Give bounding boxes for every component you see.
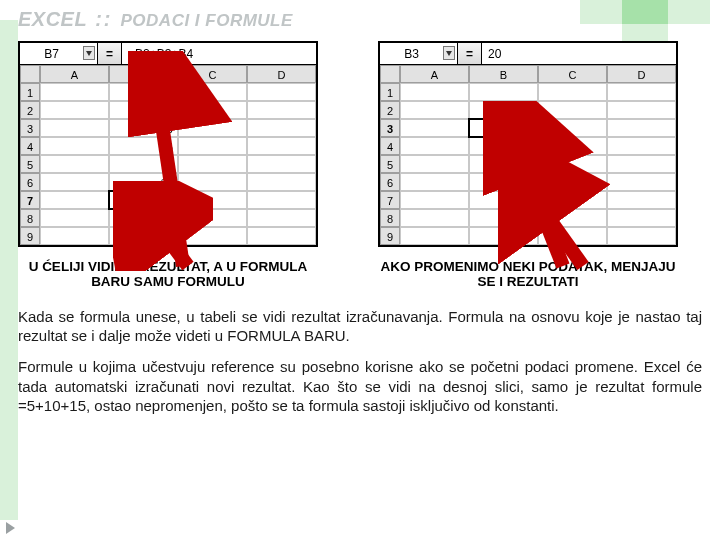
cell[interactable] <box>538 155 607 173</box>
cell[interactable] <box>40 119 109 137</box>
cell[interactable] <box>607 191 676 209</box>
cell[interactable] <box>247 137 316 155</box>
cell[interactable] <box>178 191 247 209</box>
cell[interactable] <box>607 101 676 119</box>
cell[interactable] <box>469 155 538 173</box>
cell[interactable] <box>400 119 469 137</box>
col-header[interactable]: D <box>247 65 316 83</box>
cell[interactable] <box>40 137 109 155</box>
cell[interactable] <box>247 119 316 137</box>
cell[interactable] <box>247 155 316 173</box>
equals-button[interactable]: = <box>98 43 122 64</box>
cell[interactable] <box>469 83 538 101</box>
row-header[interactable]: 5 <box>380 155 400 173</box>
cell[interactable] <box>109 155 178 173</box>
cell[interactable] <box>40 209 109 227</box>
cell[interactable] <box>178 119 247 137</box>
chevron-down-icon[interactable] <box>83 46 95 60</box>
cell[interactable] <box>607 119 676 137</box>
corner-header[interactable] <box>380 65 400 83</box>
cell[interactable]: 40 <box>469 227 538 245</box>
cell[interactable] <box>247 83 316 101</box>
cell[interactable] <box>538 227 607 245</box>
cell[interactable] <box>538 83 607 101</box>
formula-bar[interactable]: =B2+B3+B4 <box>122 43 316 64</box>
col-header[interactable]: B <box>469 65 538 83</box>
cell[interactable] <box>538 209 607 227</box>
cell[interactable]: 10 <box>109 119 178 137</box>
cell[interactable] <box>400 227 469 245</box>
cell[interactable]: 15 <box>109 137 178 155</box>
cell[interactable] <box>538 137 607 155</box>
cell[interactable] <box>40 173 109 191</box>
row-header[interactable]: 2 <box>380 101 400 119</box>
cell[interactable] <box>607 209 676 227</box>
row-header[interactable]: 6 <box>380 173 400 191</box>
row-header[interactable]: 8 <box>20 209 40 227</box>
row-header[interactable]: 9 <box>20 227 40 245</box>
cell[interactable] <box>400 173 469 191</box>
cell[interactable]: 30 <box>109 173 178 191</box>
cell[interactable]: 30 <box>469 173 538 191</box>
cell[interactable]: 5 <box>469 101 538 119</box>
cell[interactable] <box>247 101 316 119</box>
cell[interactable] <box>607 173 676 191</box>
cell[interactable]: 40 <box>469 191 538 209</box>
col-header[interactable]: B <box>109 65 178 83</box>
cell[interactable] <box>40 101 109 119</box>
cell[interactable] <box>400 209 469 227</box>
cell[interactable]: 15 <box>469 137 538 155</box>
cell[interactable] <box>40 155 109 173</box>
col-header[interactable]: C <box>178 65 247 83</box>
cell[interactable] <box>607 137 676 155</box>
cell[interactable] <box>178 227 247 245</box>
cell-active[interactable]: 30 <box>109 191 178 209</box>
cell[interactable] <box>607 227 676 245</box>
chevron-down-icon[interactable] <box>443 46 455 60</box>
cell[interactable] <box>40 191 109 209</box>
cell[interactable] <box>538 173 607 191</box>
row-header[interactable]: 2 <box>20 101 40 119</box>
cell[interactable]: 30 <box>109 227 178 245</box>
cell[interactable]: 5 <box>109 101 178 119</box>
row-header[interactable]: 5 <box>20 155 40 173</box>
cell[interactable] <box>178 137 247 155</box>
cell-active[interactable]: 20 <box>469 119 538 137</box>
cell[interactable] <box>400 101 469 119</box>
cell[interactable] <box>178 101 247 119</box>
cell[interactable] <box>178 173 247 191</box>
row-header[interactable]: 9 <box>380 227 400 245</box>
cell[interactable] <box>40 227 109 245</box>
equals-button[interactable]: = <box>458 43 482 64</box>
cell[interactable] <box>400 191 469 209</box>
formula-bar[interactable]: 20 <box>482 43 676 64</box>
cell[interactable] <box>247 227 316 245</box>
cell[interactable] <box>400 83 469 101</box>
row-header[interactable]: 1 <box>380 83 400 101</box>
name-box[interactable]: B3 <box>380 43 458 64</box>
row-header[interactable]: 8 <box>380 209 400 227</box>
cell[interactable] <box>538 191 607 209</box>
cell[interactable] <box>247 209 316 227</box>
cell[interactable] <box>247 173 316 191</box>
cell[interactable] <box>178 155 247 173</box>
row-header[interactable]: 7 <box>380 191 400 209</box>
row-header[interactable]: 4 <box>20 137 40 155</box>
corner-header[interactable] <box>20 65 40 83</box>
next-slide-icon[interactable] <box>6 522 15 534</box>
cell[interactable]: 30 <box>109 209 178 227</box>
col-header[interactable]: A <box>400 65 469 83</box>
cell[interactable] <box>247 191 316 209</box>
row-header[interactable]: 3 <box>380 119 400 137</box>
cell[interactable] <box>40 83 109 101</box>
cell[interactable] <box>178 209 247 227</box>
cell[interactable] <box>607 155 676 173</box>
cell[interactable] <box>178 83 247 101</box>
row-header[interactable]: 1 <box>20 83 40 101</box>
name-box[interactable]: B7 <box>20 43 98 64</box>
col-header[interactable]: A <box>40 65 109 83</box>
cell[interactable] <box>400 155 469 173</box>
row-header[interactable]: 7 <box>20 191 40 209</box>
col-header[interactable]: C <box>538 65 607 83</box>
cell[interactable]: 40 <box>469 209 538 227</box>
